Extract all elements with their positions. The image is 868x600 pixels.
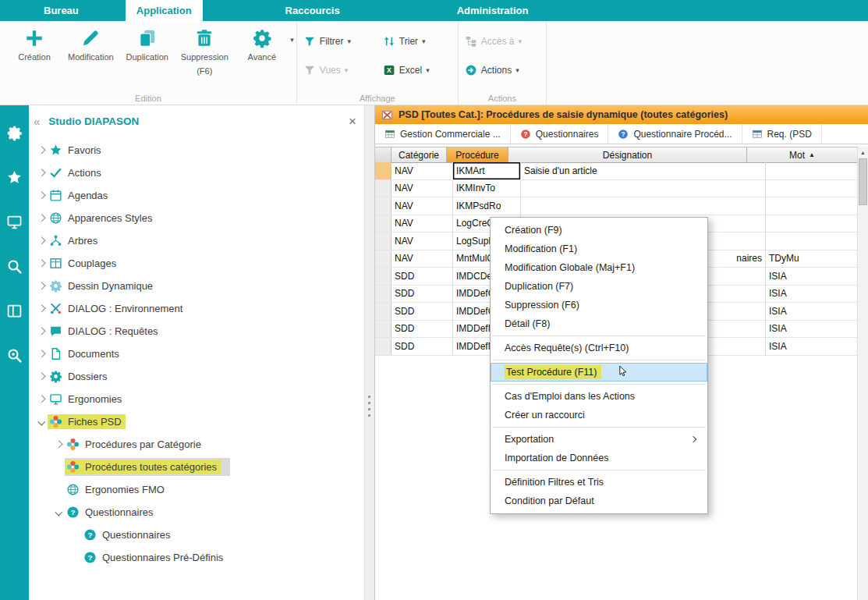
tree-item[interactable]: DIALOG : Requêtes bbox=[29, 320, 364, 343]
ribbon-button-trier[interactable]: Trier▾ bbox=[383, 34, 452, 49]
grid-column-header-catégorie[interactable]: Catégorie bbox=[391, 147, 447, 162]
tree-item[interactable]: Apparences Styles bbox=[29, 207, 364, 229]
tree-item[interactable]: Procédures par Catégorie bbox=[29, 433, 364, 456]
grid-cell[interactable]: SDD bbox=[391, 303, 453, 320]
dropdown-caret-icon[interactable]: ▾ bbox=[422, 37, 426, 45]
tree-collapsed-chevron-icon[interactable] bbox=[35, 257, 48, 270]
tree-collapsed-chevron-icon[interactable] bbox=[35, 167, 48, 179]
grid-row-indicator[interactable] bbox=[375, 233, 391, 250]
tree-collapsed-chevron-icon[interactable] bbox=[35, 212, 48, 225]
grid-cell[interactable]: IKMInvTo bbox=[453, 180, 521, 197]
collapse-sidebar-button[interactable]: « bbox=[34, 115, 40, 128]
grid-column-header-procédure[interactable]: Procédure bbox=[447, 147, 508, 162]
grid-row-indicator[interactable] bbox=[375, 338, 391, 355]
ribbon-button-suppression[interactable]: Suppression(F6) bbox=[175, 24, 234, 76]
grid-cell[interactable] bbox=[766, 162, 858, 179]
menu-item-exportation[interactable]: Exportation bbox=[491, 430, 707, 449]
dropdown-caret-icon[interactable]: ▾ bbox=[426, 66, 430, 74]
scrollbar-up-arrow-icon[interactable]: ▲ bbox=[858, 147, 868, 158]
tree-item[interactable]: Procédures toutes catégories bbox=[29, 456, 364, 478]
grid-row-indicator[interactable] bbox=[375, 180, 391, 197]
search-icon[interactable] bbox=[6, 258, 23, 275]
dropdown-caret-icon[interactable]: ▾ bbox=[290, 35, 294, 45]
grid-cell[interactable]: NAV bbox=[391, 215, 453, 233]
grid-cell[interactable]: ISIA bbox=[766, 338, 858, 355]
grid-cell[interactable]: SDD bbox=[391, 338, 453, 355]
tree-collapsed-chevron-icon[interactable] bbox=[35, 303, 48, 315]
grid-cell[interactable]: SDD bbox=[391, 321, 453, 338]
grid-cell[interactable]: SDD bbox=[391, 286, 453, 303]
tree-collapsed-chevron-icon[interactable] bbox=[35, 371, 48, 383]
scrollbar-thumb[interactable] bbox=[859, 158, 867, 205]
menubar-tab-raccourcis[interactable]: Raccourcis bbox=[275, 0, 351, 21]
searchplus-icon[interactable] bbox=[6, 347, 23, 364]
tree-item[interactable]: Favoris bbox=[29, 139, 364, 162]
menu-item-condition-par-d-faut[interactable]: Condition par Défaut bbox=[491, 492, 707, 510]
menubar-tab-application[interactable]: Application bbox=[126, 0, 203, 21]
grid-cell[interactable]: ISIA bbox=[766, 321, 858, 338]
tree-item[interactable]: Documents bbox=[29, 343, 364, 365]
tree-item[interactable]: Actions bbox=[29, 162, 364, 184]
tree-collapsed-chevron-icon[interactable] bbox=[35, 190, 48, 202]
tree-expanded-chevron-icon[interactable] bbox=[35, 416, 48, 428]
ribbon-button-modification[interactable]: Modification bbox=[62, 24, 119, 76]
grid-cell[interactable]: NAV bbox=[391, 197, 453, 215]
menu-item-importation-de-donn-es[interactable]: Importation de Données bbox=[491, 449, 707, 467]
menu-item-cr-ation-f9-[interactable]: Création (F9) bbox=[491, 221, 707, 240]
grid-row-indicator[interactable] bbox=[375, 197, 391, 215]
tree-expanded-chevron-icon[interactable] bbox=[52, 506, 65, 519]
dropdown-caret-icon[interactable]: ▾ bbox=[515, 66, 519, 74]
grid-cell[interactable] bbox=[766, 197, 858, 215]
grid-row-indicator[interactable] bbox=[375, 321, 391, 338]
grid-row[interactable]: NAVIKMArtSaisie d'un article bbox=[375, 162, 858, 180]
grid-row[interactable]: NAVIKMPsdRo bbox=[375, 197, 858, 215]
grid-cell[interactable]: ISIA bbox=[766, 303, 858, 320]
grid-cell[interactable]: IKMPsdRo bbox=[453, 197, 521, 215]
grid-cell[interactable] bbox=[521, 197, 766, 215]
grid-row-indicator[interactable] bbox=[375, 268, 391, 285]
menu-item-d-finition-filtres-et-tris[interactable]: Définition Filtres et Tris bbox=[491, 473, 707, 492]
grid-cell[interactable]: ISIA bbox=[766, 268, 858, 285]
gear-icon[interactable] bbox=[6, 125, 23, 141]
tree-item[interactable]: Dessin Dynamique bbox=[29, 275, 364, 297]
tree-collapsed-chevron-icon[interactable] bbox=[35, 325, 48, 338]
ribbon-button-duplication[interactable]: Duplication bbox=[119, 24, 175, 76]
tree-item[interactable]: ?Questionnaires bbox=[29, 501, 364, 524]
menubar-tab-administration[interactable]: Administration bbox=[446, 0, 540, 21]
tree-item[interactable]: Couplages bbox=[29, 252, 364, 275]
grid-cell[interactable] bbox=[766, 180, 858, 197]
tree-collapsed-chevron-icon[interactable] bbox=[35, 348, 48, 360]
tree-item[interactable]: Dossiers bbox=[29, 365, 364, 388]
tree-collapsed-chevron-icon[interactable] bbox=[35, 235, 48, 247]
ribbon-button-excel[interactable]: XExcel▾ bbox=[383, 62, 452, 78]
tree-collapsed-chevron-icon[interactable] bbox=[35, 280, 48, 293]
tree-item[interactable]: Agendas bbox=[29, 184, 364, 207]
menubar-tab-bureau[interactable]: Bureau bbox=[33, 0, 90, 21]
tree-collapsed-chevron-icon[interactable] bbox=[35, 393, 48, 406]
tree-item[interactable]: Ergonomies bbox=[29, 388, 364, 410]
menu-item-test-proc-dure-f11-[interactable]: Test Procédure (F11) bbox=[491, 363, 707, 382]
tree-collapsed-chevron-icon[interactable] bbox=[35, 144, 48, 157]
grid-cell[interactable]: NAV bbox=[391, 233, 453, 250]
dropdown-caret-icon[interactable]: ▾ bbox=[519, 37, 523, 45]
tree-item[interactable]: DIALOG : Environnement bbox=[29, 297, 364, 320]
grid-cell[interactable]: NAV bbox=[391, 180, 453, 197]
star-icon[interactable] bbox=[6, 169, 23, 186]
tree-collapsed-chevron-icon[interactable] bbox=[52, 438, 65, 451]
ribbon-button-actions[interactable]: Actions▾ bbox=[465, 62, 540, 78]
panel-tab-2[interactable]: ?Questionnaire Procéd... bbox=[608, 124, 742, 144]
grid-cell[interactable]: IKMArt bbox=[453, 162, 521, 179]
tree-item[interactable]: ?Questionnaires Pré-Définis bbox=[29, 546, 364, 569]
grid-cell[interactable]: NAV bbox=[391, 162, 453, 179]
grid-row-indicator[interactable] bbox=[375, 215, 391, 233]
panel-tab-1[interactable]: ?Questionnaires bbox=[511, 124, 609, 144]
panel-tab-0[interactable]: Gestion Commerciale ... bbox=[375, 124, 511, 144]
grid-cell[interactable] bbox=[766, 215, 858, 233]
grid-row-indicator[interactable] bbox=[375, 303, 391, 320]
menu-item-modification-globale-maj-f1-[interactable]: Modification Globale (Maj+F1) bbox=[491, 258, 707, 277]
grid-cell[interactable]: SDD bbox=[391, 268, 453, 285]
layout-icon[interactable] bbox=[6, 303, 23, 319]
grid-vertical-scrollbar[interactable]: ▲ bbox=[857, 147, 868, 600]
monitor-icon[interactable] bbox=[6, 214, 23, 230]
menu-item-d-tail-f8-[interactable]: Détail (F8) bbox=[491, 314, 707, 333]
